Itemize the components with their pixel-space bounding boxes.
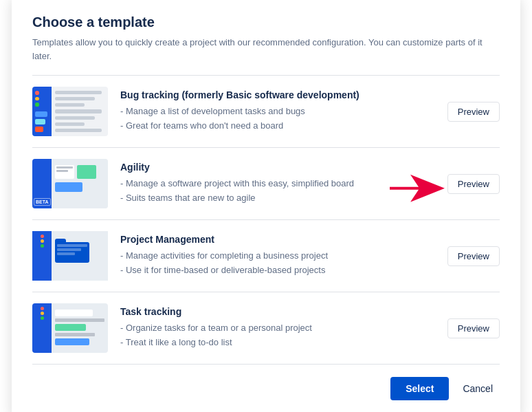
dialog-title: Choose a template [32, 14, 500, 30]
template-item-project-management: Project Management Manage activities for… [32, 220, 500, 292]
template-item-bug-tracking: Bug tracking (formerly Basic software de… [32, 76, 500, 148]
dialog-subtitle: Templates allow you to quickly create a … [32, 36, 500, 63]
dialog-footer: Select Cancel [32, 365, 500, 400]
template-list: Bug tracking (formerly Basic software de… [32, 76, 500, 364]
template-info-task-tracking: Task tracking Organize tasks for a team … [120, 306, 436, 350]
template-info-agility: Agility Manage a software project with t… [120, 162, 436, 206]
template-desc-task-tracking: Organize tasks for a team or a personal … [120, 321, 436, 350]
template-name-project-management: Project Management [120, 234, 436, 245]
template-thumbnail-task-tracking [32, 303, 108, 353]
template-info-project-management: Project Management Manage activities for… [120, 234, 436, 278]
template-info-bug-tracking: Bug tracking (formerly Basic software de… [120, 89, 436, 133]
template-item-task-tracking: Task tracking Organize tasks for a team … [32, 292, 500, 364]
preview-button-task-tracking[interactable]: Preview [447, 318, 500, 338]
template-item-agility: BETA Agility [32, 148, 500, 220]
template-name-bug-tracking: Bug tracking (formerly Basic software de… [120, 89, 436, 100]
preview-button-agility[interactable]: Preview [447, 174, 500, 194]
template-name-task-tracking: Task tracking [120, 306, 436, 317]
select-button[interactable]: Select [390, 377, 449, 400]
template-thumbnail-agility: BETA [32, 159, 108, 208]
template-name-agility: Agility [120, 162, 436, 173]
cancel-button[interactable]: Cancel [456, 377, 500, 400]
template-thumbnail-bug-tracking [32, 87, 108, 136]
choose-template-dialog: Choose a template Templates allow you to… [12, 0, 520, 412]
dot-yellow [35, 97, 39, 101]
beta-badge: BETA [34, 198, 51, 206]
preview-button-project-management[interactable]: Preview [447, 246, 500, 266]
preview-button-bug-tracking[interactable]: Preview [447, 102, 500, 122]
template-thumbnail-project-management [32, 231, 108, 281]
dot-green [35, 102, 39, 107]
template-desc-project-management: Manage activities for completing a busin… [120, 249, 436, 278]
template-desc-bug-tracking: Manage a list of development tasks and b… [120, 105, 436, 133]
dot-red [35, 91, 39, 95]
template-desc-agility: Manage a software project with this easy… [120, 177, 436, 206]
